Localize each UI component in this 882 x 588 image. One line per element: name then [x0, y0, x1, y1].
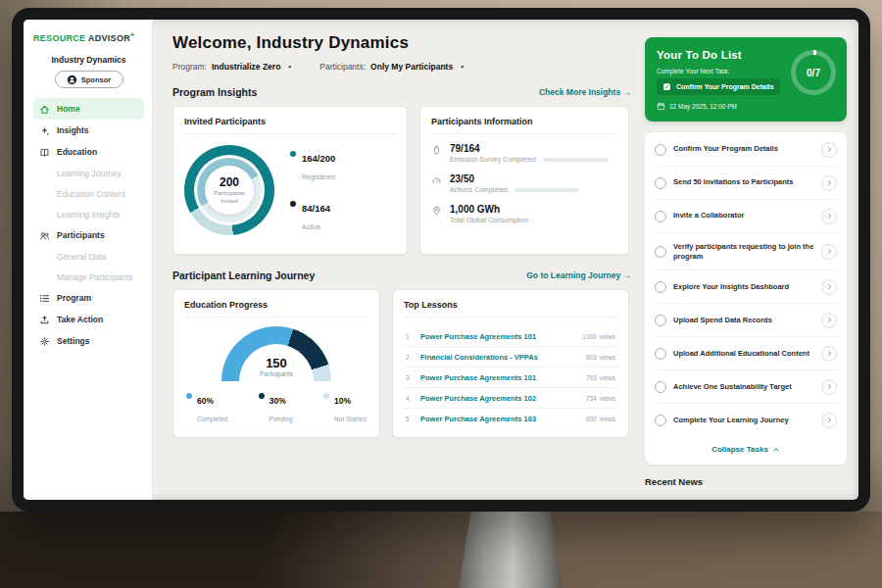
sidebar-item-insights[interactable]: Insights — [33, 120, 144, 141]
sponsor-label: Sponsor — [81, 75, 111, 84]
task-checkbox[interactable] — [655, 315, 666, 326]
task-row[interactable]: Upload Spend Data Records — [655, 304, 837, 337]
pin-icon — [431, 205, 442, 217]
participants-filter: Participants: Only My Participants ▼ — [319, 62, 465, 72]
task-row[interactable]: Invite a Collaborator — [655, 200, 837, 233]
program-insights-section-header: Program Insights Check More Insights → — [172, 86, 631, 98]
chevron-right-icon[interactable] — [821, 413, 837, 428]
chevron-down-icon[interactable]: ▼ — [287, 64, 292, 70]
active-dot — [290, 201, 296, 207]
sidebar-item-manage-participants[interactable]: Manage Participants — [33, 267, 144, 287]
program-filter-label: Program: — [172, 62, 207, 72]
chevron-right-icon[interactable] — [821, 244, 837, 260]
calendar-icon — [657, 102, 665, 111]
check-more-insights-link[interactable]: Check More Insights → — [539, 87, 631, 97]
sidebar-item-home[interactable]: Home — [33, 98, 144, 120]
chevron-right-icon[interactable] — [821, 279, 837, 295]
app-logo: RESOURCE ADVISOR+ — [33, 31, 144, 43]
lesson-link[interactable]: Financial Considerations - VPPAs — [420, 353, 575, 362]
task-checkbox[interactable] — [655, 211, 666, 222]
task-checkbox[interactable] — [655, 415, 666, 426]
lesson-link[interactable]: Power Purchase Agreements 101 — [420, 373, 575, 382]
sidebar-item-take-action[interactable]: Take Action — [33, 309, 144, 330]
arrow-right-icon: → — [623, 270, 632, 280]
chevron-right-icon[interactable] — [821, 175, 837, 191]
invited-participants-card: Invited Participants 200 Participants In… — [172, 106, 408, 255]
donut-center: 200 Participants Invited — [205, 166, 254, 215]
todo-panel: Your To Do List Complete Your Next Task:… — [645, 20, 858, 500]
dashboard-screen: RESOURCE ADVISOR+ Industry Dynamics Spon… — [24, 20, 858, 500]
main-content: Welcome, Industry Dynamics Program: Indu… — [153, 20, 645, 500]
task-checkbox[interactable] — [655, 246, 666, 258]
participants-filter-value[interactable]: Only My Participants — [370, 62, 453, 72]
logo-plus: + — [130, 31, 134, 38]
lesson-row: 5 Power Purchase Agreements 103 600views — [404, 409, 617, 428]
learning-journey-section-header: Participant Learning Journey Go to Learn… — [172, 270, 631, 281]
chevron-right-icon[interactable] — [821, 209, 837, 224]
task-row[interactable]: Explore Your Insights Dashboard — [655, 270, 837, 304]
legend-active: 84/164 Active — [290, 198, 335, 233]
sidebar-item-education-content[interactable]: Education Content — [33, 183, 144, 204]
sidebar-item-learning-journey[interactable]: Learning Journey — [33, 163, 144, 183]
task-checkbox[interactable] — [655, 348, 666, 360]
go-to-learning-journey-link[interactable]: Go to Learning Journey → — [526, 270, 631, 280]
learning-journey-title: Participant Learning Journey — [172, 270, 315, 281]
sidebar-item-learning-insights[interactable]: Learning Insights — [33, 204, 144, 224]
gauge-center: 150 Participants — [184, 356, 368, 377]
program-filter-value[interactable]: Industrialize Zero — [212, 62, 280, 72]
chevron-right-icon[interactable] — [821, 379, 837, 395]
logo-resource: RESOURCE — [33, 33, 85, 43]
lesson-row: 4 Power Purchase Agreements 102 734views — [404, 388, 617, 409]
recent-news-title: Recent News — [645, 476, 847, 487]
task-checkbox[interactable] — [655, 281, 666, 293]
lesson-link[interactable]: Power Purchase Agreements 102 — [420, 394, 575, 403]
chevron-right-icon[interactable] — [821, 346, 837, 362]
emission-survey-row: 79/164 Emission Survey Completed — [431, 143, 617, 163]
sidebar-item-education[interactable]: Education — [33, 141, 144, 163]
legend-pending: 30% Pending — [259, 390, 293, 425]
next-task-chip[interactable]: Confirm Your Program Details — [657, 78, 780, 95]
task-checkbox[interactable] — [655, 381, 666, 393]
registered-dot — [290, 151, 296, 157]
top-lessons-card-title: Top Lessons — [404, 300, 617, 318]
task-row[interactable]: Complete Your Learning Journey — [655, 404, 837, 436]
chevron-right-icon[interactable] — [821, 313, 837, 328]
participants-information-card-title: Participants Information — [431, 117, 617, 134]
desk-floor — [0, 512, 882, 588]
invited-total: 200 — [220, 175, 239, 189]
chevron-right-icon[interactable] — [821, 142, 837, 158]
gauge-icon — [431, 174, 442, 186]
lesson-link[interactable]: Power Purchase Agreements 101 — [420, 332, 571, 341]
actions-progress-bar — [514, 188, 579, 192]
todo-summary-card: Your To Do List Complete Your Next Task:… — [645, 37, 847, 122]
sidebar-item-program[interactable]: Program — [33, 287, 144, 309]
sidebar: RESOURCE ADVISOR+ Industry Dynamics Spon… — [24, 20, 153, 500]
invited-total-label: Participants Invited — [207, 190, 252, 205]
lesson-row: 1 Power Purchase Agreements 101 1000view… — [404, 326, 617, 347]
sidebar-item-participants[interactable]: Participants — [33, 224, 144, 246]
completed-dot — [186, 393, 192, 399]
legend-completed: 60% Completed — [186, 390, 227, 425]
emission-progress-bar — [543, 158, 608, 162]
lesson-link[interactable]: Power Purchase Agreements 103 — [420, 415, 575, 423]
task-row[interactable]: Confirm Your Program Details — [655, 133, 837, 167]
task-row[interactable]: Achieve One Sustainability Target — [655, 370, 837, 404]
task-checkbox[interactable] — [655, 144, 666, 156]
monitor-stand — [459, 510, 563, 588]
task-row[interactable]: Upload Additional Educational Content — [655, 337, 837, 370]
logo-advisor: ADVISOR+ — [88, 33, 135, 43]
education-legend: 60% Completed 30% Pending 10% Not Starte… — [184, 390, 368, 425]
sidebar-item-general-data[interactable]: General Data — [33, 246, 144, 267]
list-icon — [39, 293, 50, 304]
learning-cards-row: Education Progress 150 Participants 60% … — [172, 289, 631, 438]
collapse-tasks-link[interactable]: Collapse Tasks — [655, 436, 837, 464]
sidebar-item-settings[interactable]: Settings — [33, 330, 144, 352]
task-checkbox[interactable] — [655, 177, 666, 189]
chevron-down-icon[interactable]: ▼ — [460, 64, 465, 70]
task-row[interactable]: Send 50 Invitations to Participants — [655, 167, 837, 200]
invited-legend: 164/200 Registered 84/164 Active — [290, 148, 335, 233]
users-icon — [39, 230, 50, 241]
todo-progress-count: 0/7 — [796, 55, 831, 90]
task-row[interactable]: Verify participants requesting to join t… — [655, 233, 837, 270]
sparkle-icon — [39, 125, 50, 136]
